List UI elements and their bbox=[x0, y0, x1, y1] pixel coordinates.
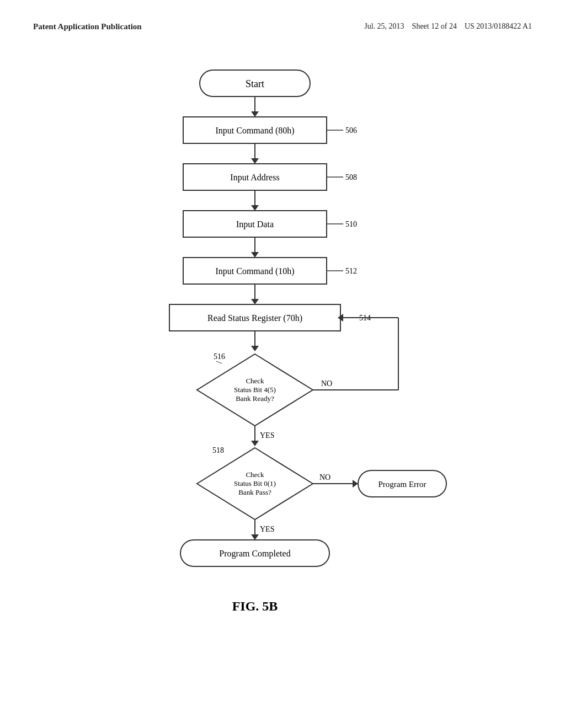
svg-marker-22 bbox=[251, 346, 259, 351]
svg-marker-6 bbox=[251, 158, 259, 164]
patent-number: US 2013/0188422 A1 bbox=[465, 22, 532, 30]
n512-label: Input Command (10h) bbox=[215, 266, 294, 276]
ref-510: 510 bbox=[345, 220, 357, 228]
n510-label: Input Data bbox=[236, 220, 274, 229]
ref-512: 512 bbox=[345, 267, 357, 275]
header-info: Jul. 25, 2013 Sheet 12 of 24 US 2013/018… bbox=[364, 22, 532, 31]
start-label: Start bbox=[246, 78, 264, 89]
no-label-518: NO bbox=[319, 473, 331, 481]
n516-line2: Status Bit 4(5) bbox=[234, 386, 276, 394]
n516-line1: Check bbox=[246, 377, 264, 385]
sheet-info: Sheet 12 of 24 bbox=[412, 22, 457, 30]
header: Patent Application Publication Jul. 25, … bbox=[33, 22, 532, 31]
ref-506: 506 bbox=[345, 126, 357, 135]
svg-marker-33 bbox=[353, 480, 358, 488]
n516-line3: Bank Ready? bbox=[236, 394, 274, 403]
publication-title: Patent Application Publication bbox=[33, 22, 142, 31]
svg-marker-14 bbox=[251, 252, 259, 258]
header-publication: Patent Application Publication bbox=[33, 22, 142, 31]
svg-marker-10 bbox=[251, 205, 259, 211]
page: Patent Application Publication Jul. 25, … bbox=[0, 0, 565, 728]
yes-label-518: YES bbox=[260, 525, 274, 533]
svg-marker-30 bbox=[251, 441, 259, 446]
n518-line2: Status Bit 0(1) bbox=[234, 479, 276, 488]
no-label-516: NO bbox=[321, 379, 332, 388]
n508-label: Input Address bbox=[230, 173, 279, 183]
publication-date: Jul. 25, 2013 bbox=[364, 22, 404, 30]
ref-516: 516 bbox=[214, 352, 225, 361]
program-completed-label: Program Completed bbox=[219, 549, 290, 559]
n518-line3: Bank Pass? bbox=[238, 488, 271, 496]
svg-marker-18 bbox=[251, 299, 259, 304]
n518-line1: Check bbox=[246, 470, 264, 479]
program-error-label: Program Error bbox=[378, 480, 426, 489]
yes-label-516: YES bbox=[260, 431, 274, 440]
svg-marker-2 bbox=[251, 111, 259, 117]
figure-label: FIG. 5B bbox=[232, 599, 278, 613]
n514-label: Read Status Register (70h) bbox=[207, 313, 302, 323]
svg-line-24 bbox=[216, 361, 222, 363]
svg-marker-36 bbox=[251, 534, 259, 540]
ref-508: 508 bbox=[345, 173, 357, 181]
flowchart-diagram: Start Input Command (80h) 506 Input Addr… bbox=[67, 53, 498, 677]
ref-518: 518 bbox=[212, 446, 224, 454]
n506-label: Input Command (80h) bbox=[215, 126, 294, 136]
